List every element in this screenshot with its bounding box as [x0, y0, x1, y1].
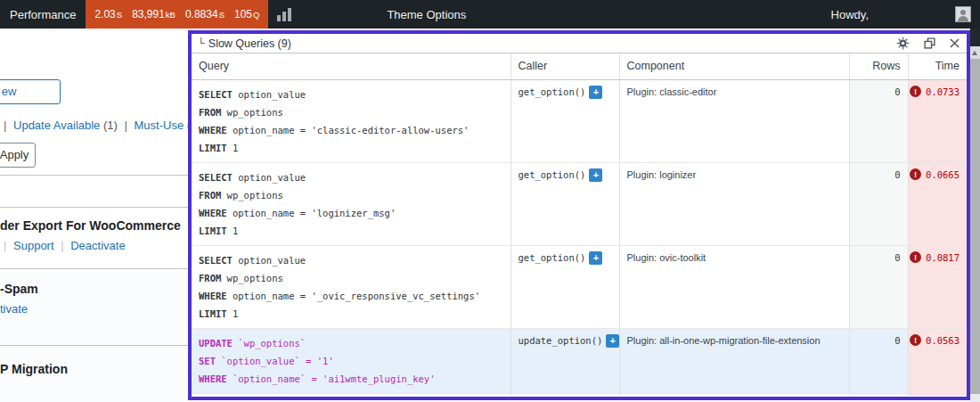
close-icon[interactable]: [950, 38, 960, 48]
col-header-caller[interactable]: Caller: [510, 53, 619, 79]
query-row: SELECT option_valueFROM wp_optionsWHERE …: [192, 245, 967, 328]
page-scrollbar[interactable]: [970, 29, 980, 402]
qm-table-scroll-area: Query Caller Component Rows Time SELECT …: [192, 53, 967, 396]
time-value: 0.0665: [926, 168, 960, 181]
warning-icon: !: [910, 251, 921, 263]
plugin-filter-links: | Update Available (1) | Must-Use (1): [0, 119, 201, 132]
filter-must-use[interactable]: Must-Use: [135, 119, 184, 132]
scrollbar-up-arrow[interactable]: [970, 46, 980, 59]
qm-panel-header: └Slow Queries (9): [192, 34, 967, 53]
qm-table-body: SELECT option_valueFROM wp_optionsWHERE …: [192, 79, 967, 396]
qm-stat-page-time: 2.03S: [94, 8, 122, 21]
plugin-name: P Migration: [0, 362, 188, 376]
plugin-name: -Spam: [0, 282, 188, 296]
sql-line: LIMIT 1: [199, 222, 503, 240]
qm-panel-title: └Slow Queries (9): [198, 37, 291, 50]
filter-separator: |: [125, 119, 127, 132]
plugin-row-order-export: der Export For WooCommerce | Support | D…: [0, 207, 188, 268]
sql-line: SELECT option_value: [199, 86, 503, 103]
expand-caller-button[interactable]: +: [589, 168, 602, 182]
col-header-time[interactable]: Time: [908, 53, 967, 79]
rows-cell: 0: [849, 162, 908, 245]
expand-caller-button[interactable]: +: [606, 334, 619, 348]
divider: [0, 175, 188, 176]
col-header-query[interactable]: Query: [192, 53, 510, 79]
scrollbar-thumb[interactable]: [970, 59, 980, 394]
filter-update-available[interactable]: Update Available: [13, 119, 100, 132]
rows-cell: 0: [849, 245, 908, 328]
caller-cell: get_option() +: [510, 245, 619, 328]
qm-stat-query-count: 105Q: [234, 8, 259, 21]
avatar[interactable]: [955, 6, 971, 22]
component-cell: Plugin: classic-editor: [619, 79, 849, 162]
caller-cell: get_option() +: [510, 162, 619, 245]
sql-line: FROM wp_options: [199, 103, 503, 121]
col-header-component[interactable]: Component: [619, 53, 849, 79]
component-cell: Plugin: ovic-toolkit: [619, 245, 849, 328]
sql-line: WHERE option_name = 'classic-editor-allo…: [199, 121, 503, 139]
table-header-row: Query Caller Component Rows Time: [192, 53, 967, 79]
query-cell: SELECT option_value: [192, 393, 510, 396]
adminbar-howdy-item[interactable]: Howdy,: [831, 0, 869, 29]
sql-line: WHERE option_name = 'loginizer_msg': [199, 204, 503, 222]
time-cell: ! 0.0563: [908, 328, 967, 393]
plugin-deactivate-link[interactable]: Deactivate: [70, 239, 125, 252]
rows-cell: 0: [849, 328, 908, 393]
warning-icon: !: [910, 334, 921, 346]
sql-line: WHERE `option_name` = 'ai1wmte_plugin_ke…: [199, 370, 503, 388]
subitem-prefix: └: [198, 37, 205, 48]
sql-line: UPDATE `wp_options`: [199, 334, 503, 352]
query-row: SELECT option_valueFROM wp_optionsWHERE …: [192, 79, 967, 162]
caller-cell: get_option() +: [510, 79, 619, 162]
query-monitor-panel: └Slow Queries (9) Query Caller Component: [188, 30, 970, 400]
plugin-name: der Export For WooCommerce: [0, 218, 188, 233]
sql-line: FROM wp_options: [199, 269, 503, 287]
query-cell: SELECT option_valueFROM wp_optionsWHERE …: [192, 162, 510, 245]
plugin-row-wp-migration: P Migration: [0, 345, 188, 402]
pop-out-icon[interactable]: [924, 37, 935, 49]
adminbar-performance-item[interactable]: Performance: [0, 0, 86, 29]
rows-cell: 0: [849, 79, 908, 162]
sql-line: LIMIT 1: [199, 139, 503, 157]
component-cell: Plugin: js_composer: [619, 393, 849, 396]
filter-update-available-count: (1): [103, 119, 118, 132]
caller-text: update_option(): [519, 334, 603, 348]
slow-queries-table: Query Caller Component Rows Time SELECT …: [192, 53, 967, 396]
filter-separator: |: [4, 119, 6, 132]
time-value: 0.0817: [926, 251, 960, 264]
plugin-row-spam: -Spam tivate: [0, 268, 188, 345]
plugin-activate-link[interactable]: tivate: [0, 302, 28, 316]
time-cell: ! 0.0817: [908, 245, 967, 328]
query-cell: SELECT option_valueFROM wp_optionsWHERE …: [192, 245, 510, 328]
sql-line: WHERE option_name = '_ovic_responsive_vc…: [199, 287, 503, 305]
time-value: 0.0733: [926, 86, 960, 98]
qm-stat-memory: 83,991kB: [132, 8, 176, 21]
adminbar-query-monitor-stats[interactable]: 2.03S 83,991kB 0.8834S 105Q: [86, 0, 268, 29]
time-cell: ! 0.0733: [908, 79, 967, 162]
caller-text: get_option(): [519, 168, 586, 182]
gear-icon[interactable]: [896, 37, 910, 50]
admin-bar: Performance 2.03S 83,991kB 0.8834S 105Q …: [0, 0, 980, 29]
query-cell: SELECT option_valueFROM wp_optionsWHERE …: [192, 79, 510, 162]
sql-line: FROM wp_options: [199, 186, 503, 204]
query-row: UPDATE `wp_options`SET `option_value` = …: [192, 328, 967, 393]
apply-button[interactable]: Apply: [0, 143, 36, 168]
bar-chart-icon[interactable]: [268, 0, 300, 29]
adminbar-theme-options-item[interactable]: Theme Options: [377, 0, 476, 29]
expand-caller-button[interactable]: +: [589, 86, 602, 99]
caller-cell: update_option() +: [510, 328, 619, 393]
caller-text: get_option(): [519, 86, 586, 99]
avatar-person-icon: [960, 10, 966, 15]
sql-line: SELECT option_value: [199, 251, 503, 269]
time-cell: ! 0.0665: [908, 162, 967, 245]
warning-icon: !: [910, 86, 921, 97]
query-row: SELECT option_valueFROM wp_optionsWHERE …: [192, 162, 967, 245]
rows-cell: 0: [849, 393, 908, 396]
component-cell: Plugin: loginizer: [619, 162, 849, 245]
expand-caller-button[interactable]: +: [589, 251, 602, 265]
warning-icon: !: [910, 168, 921, 180]
col-header-rows[interactable]: Rows: [849, 53, 908, 79]
plugin-support-link[interactable]: Support: [13, 239, 54, 252]
qm-stat-query-time: 0.8834S: [185, 8, 225, 21]
add-new-button[interactable]: ew: [0, 79, 61, 104]
